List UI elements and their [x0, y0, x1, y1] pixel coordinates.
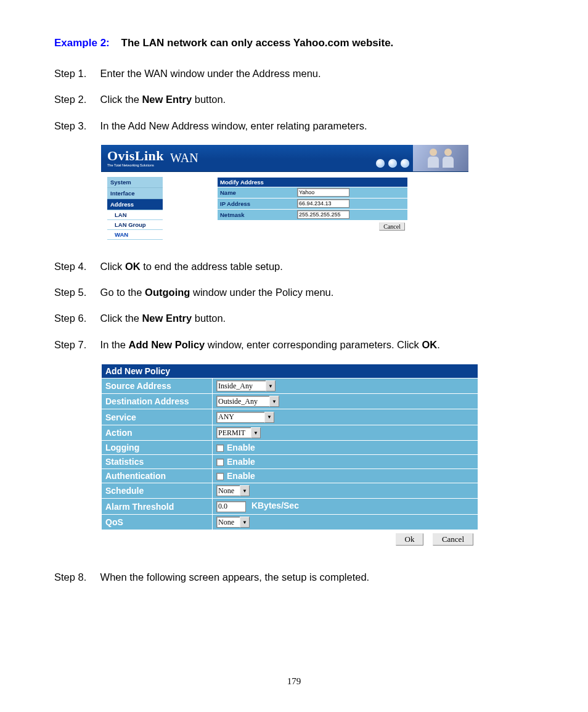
screenshot-add-new-policy: Add New Policy Source Address ▼ Destinat… — [101, 364, 478, 548]
step-4: Step 4. Click OK to end the address tabl… — [54, 260, 534, 273]
source-address-label: Source Address — [102, 378, 213, 393]
step-label: Step 4. — [54, 260, 97, 273]
schedule-value[interactable] — [216, 485, 240, 496]
source-address-select[interactable]: ▼ — [216, 380, 276, 391]
nav-interface[interactable]: Interface — [107, 188, 163, 199]
statistics-checkbox[interactable] — [216, 459, 224, 466]
enable-text: Enable — [227, 471, 255, 481]
brand-name: OvisLink — [107, 148, 164, 163]
chevron-down-icon[interactable]: ▼ — [269, 396, 279, 407]
chevron-down-icon[interactable]: ▼ — [266, 380, 276, 391]
destination-address-label: Destination Address — [102, 394, 213, 409]
qos-value[interactable] — [216, 517, 240, 528]
nav-system[interactable]: System — [107, 177, 163, 188]
statistics-label: Statistics — [102, 455, 213, 469]
step-bold: New Entry — [142, 94, 192, 105]
step-label: Step 3. — [54, 119, 97, 133]
example-text: The LAN network can only access Yahoo.co… — [121, 37, 394, 49]
nav-wan[interactable]: WAN — [107, 230, 163, 240]
policy-header: Add New Policy — [102, 364, 478, 378]
step-8: Step 8. When the following screen appear… — [54, 570, 534, 584]
destination-address-select[interactable]: ▼ — [216, 396, 279, 407]
step-text: Go to the — [100, 287, 145, 298]
qos-label: QoS — [102, 514, 213, 530]
step-label: Step 5. — [54, 285, 97, 299]
cancel-button[interactable]: Cancel — [433, 533, 473, 546]
step-text: In the Add New Address window, enter rel… — [100, 120, 367, 131]
netmask-label: Netmask — [218, 210, 295, 220]
side-nav: System Interface Address LAN LAN Group W… — [107, 177, 163, 240]
step-text: Click the — [100, 94, 142, 105]
step-3: Step 3. In the Add New Address window, e… — [54, 119, 534, 133]
authentication-checkbox[interactable] — [216, 473, 224, 480]
qos-select[interactable]: ▼ — [216, 517, 250, 528]
step-label: Step 8. — [54, 570, 97, 584]
schedule-select[interactable]: ▼ — [216, 485, 250, 496]
page-number: 179 — [54, 676, 534, 687]
step-text: Click the — [100, 313, 142, 324]
step-5: Step 5. Go to the Outgoing window under … — [54, 285, 534, 299]
step-label: Step 2. — [54, 92, 97, 106]
step-text: Enter the WAN window under the Address m… — [100, 68, 321, 79]
banner-page-title: WAN — [170, 151, 198, 165]
step-bold: New Entry — [142, 313, 192, 324]
step-text: window under the Policy menu. — [190, 287, 333, 298]
service-select[interactable]: ▼ — [216, 412, 274, 423]
chevron-down-icon[interactable]: ▼ — [264, 412, 274, 423]
step-7: Step 7. In the Add New Policy window, en… — [54, 338, 534, 351]
alarm-threshold-label: Alarm Threshold — [102, 499, 213, 515]
cancel-button[interactable]: Cancel — [379, 223, 405, 231]
ok-button[interactable]: Ok — [396, 533, 424, 546]
step-2: Step 2. Click the New Entry button. — [54, 92, 534, 106]
brand-tagline: The Total Networking Solutions — [107, 164, 164, 168]
name-input[interactable] — [297, 188, 349, 197]
chevron-down-icon[interactable]: ▼ — [240, 485, 250, 496]
alarm-unit: KBytes/Sec — [251, 501, 299, 510]
step-bold: Add New Policy — [128, 339, 205, 350]
modify-address-form: Modify Address Name IP Address Netmask C… — [217, 177, 408, 233]
enable-text: Enable — [227, 457, 255, 467]
chevron-down-icon[interactable]: ▼ — [240, 517, 250, 528]
brand-logo: OvisLink The Total Networking Solutions — [101, 149, 164, 168]
action-label: Action — [102, 425, 213, 440]
chevron-down-icon[interactable]: ▼ — [251, 427, 261, 438]
step-1: Step 1. Enter the WAN window under the A… — [54, 67, 534, 80]
schedule-label: Schedule — [102, 483, 213, 499]
netmask-input[interactable] — [297, 210, 349, 219]
service-value[interactable] — [216, 412, 264, 423]
step-text: button. — [192, 313, 226, 324]
ip-input[interactable] — [297, 199, 349, 208]
banner-photo — [413, 145, 468, 171]
step-bold: Outgoing — [145, 287, 190, 298]
step-text: Click — [100, 261, 125, 272]
action-select[interactable]: ▼ — [216, 427, 261, 438]
authentication-label: Authentication — [102, 469, 213, 483]
globe-icon — [376, 159, 409, 168]
name-label: Name — [218, 187, 295, 198]
example-title: Example 2: The LAN network can only acce… — [54, 37, 534, 49]
destination-address-value[interactable] — [216, 396, 269, 407]
step-6: Step 6. Click the New Entry button. — [54, 311, 534, 325]
nav-lan[interactable]: LAN — [107, 210, 163, 220]
nav-address[interactable]: Address — [107, 199, 163, 210]
enable-text: Enable — [227, 443, 255, 452]
banner: OvisLink The Total Networking Solutions … — [101, 145, 468, 172]
step-label: Step 7. — [54, 338, 97, 351]
step-bold: OK — [422, 339, 437, 350]
source-address-value[interactable] — [216, 380, 266, 391]
form-header: Modify Address — [218, 178, 407, 187]
alarm-threshold-input[interactable] — [216, 501, 246, 512]
step-text: . — [437, 339, 440, 350]
example-label: Example 2: — [54, 37, 110, 49]
step-text: to end the address table setup. — [141, 261, 283, 272]
nav-lan-group[interactable]: LAN Group — [107, 220, 163, 230]
ip-label: IP Address — [218, 198, 295, 209]
step-label: Step 6. — [54, 311, 97, 325]
service-label: Service — [102, 409, 213, 425]
action-value[interactable] — [216, 427, 251, 438]
logging-checkbox[interactable] — [216, 444, 224, 452]
step-bold: OK — [125, 261, 141, 272]
step-label: Step 1. — [54, 67, 97, 80]
step-text: In the — [100, 339, 129, 350]
screenshot-wan-address: OvisLink The Total Networking Solutions … — [101, 145, 468, 245]
